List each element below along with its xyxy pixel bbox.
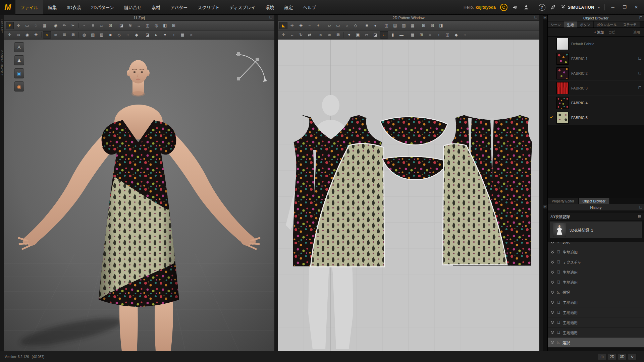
edit-sew-2d-tool-icon[interactable]: ⊠ bbox=[334, 31, 342, 39]
filled-rectangle-tool-icon[interactable]: ■ bbox=[363, 22, 371, 29]
fabric-row[interactable]: ✔ FABRIC 4 ❐ bbox=[548, 96, 644, 110]
zipper-tool-icon[interactable]: ≡ bbox=[89, 22, 97, 29]
toggle-3d-button[interactable]: 3D bbox=[618, 353, 627, 360]
collapse-history-icon[interactable]: ▸ bbox=[543, 205, 547, 208]
history-step[interactable]: ❏ 生地適用 bbox=[548, 327, 644, 338]
select-box-tool-icon[interactable]: ▭ bbox=[23, 22, 31, 29]
free-sew-2d-tool-icon[interactable]: ≋ bbox=[325, 31, 333, 39]
select-move-tool-icon[interactable]: ✛ bbox=[14, 22, 22, 29]
fabric-row[interactable]: ✔ FABRIC 2 ❐ bbox=[548, 66, 644, 81]
unfold-2d-tool-icon[interactable]: ◪ bbox=[371, 31, 379, 39]
hide-pattern-toggle-icon[interactable]: ◌ bbox=[461, 31, 469, 39]
measure-tool-icon[interactable]: ↔ bbox=[135, 22, 143, 29]
app-logo[interactable]: M bbox=[0, 0, 15, 15]
menu-item[interactable]: 環境 bbox=[260, 0, 279, 14]
pressure-tool-icon[interactable]: ▧ bbox=[98, 31, 106, 39]
garment-record-item[interactable]: 3D衣装記録_1 bbox=[550, 222, 642, 238]
viewport-splitter[interactable] bbox=[274, 15, 278, 351]
filled-circle-tool-icon[interactable]: ● bbox=[371, 22, 379, 29]
pin-tool-icon[interactable]: ◉ bbox=[52, 22, 60, 29]
grid-2d-toggle-icon[interactable]: ▦ bbox=[409, 31, 417, 39]
history-header[interactable]: History ❐ bbox=[548, 204, 644, 211]
object-browser-header[interactable]: Object Browser ❐ bbox=[548, 15, 644, 21]
menu-item[interactable]: 設定 bbox=[279, 0, 298, 14]
cut-sew-tool-icon[interactable]: ✂ bbox=[363, 31, 371, 39]
drag-tool-icon[interactable]: ✚ bbox=[32, 31, 40, 39]
popout-icon[interactable]: ❐ bbox=[534, 15, 537, 19]
popout-icon[interactable]: ❐ bbox=[639, 16, 642, 20]
history-step[interactable]: ❏ 生地適用 bbox=[548, 267, 644, 277]
multi-sewing-tool-icon[interactable]: ≣ bbox=[60, 31, 68, 39]
maximize-button[interactable]: ❐ bbox=[621, 5, 628, 10]
select-mesh-tool-icon[interactable]: ▦ bbox=[41, 22, 49, 29]
split-view-icon[interactable]: ◫ bbox=[598, 353, 606, 360]
viewport-2d-canvas[interactable] bbox=[278, 40, 539, 351]
fabric-row[interactable]: ✔ FABRIC 3 ❐ bbox=[548, 81, 644, 96]
show-mannequin-toggle-icon[interactable]: ♟ bbox=[14, 55, 24, 65]
menu-item[interactable]: ディスプレイ bbox=[224, 0, 260, 14]
steam-brush-tool-icon[interactable]: ▨ bbox=[89, 31, 97, 39]
wind-tool-icon[interactable]: ≋ bbox=[126, 22, 134, 29]
edit-point-tool-icon[interactable]: ✚ bbox=[297, 22, 305, 29]
menu-item[interactable]: ファイル bbox=[15, 0, 43, 14]
gravity-tool-icon[interactable]: ▾ bbox=[161, 31, 169, 39]
ruler-tool-icon[interactable]: ▬ bbox=[397, 31, 406, 39]
fabric-row[interactable]: ✔ FABRIC 1 ❐ bbox=[548, 51, 644, 66]
baseline-tool-icon[interactable]: ▥ bbox=[400, 22, 408, 29]
simulate-tool-icon[interactable]: ▼ bbox=[6, 22, 14, 29]
history-step[interactable]: ❏ 生地適用 bbox=[548, 317, 644, 327]
fold-arrangement-tool-icon[interactable]: ◪ bbox=[144, 31, 152, 39]
tack-tool-icon[interactable]: ⊡ bbox=[106, 22, 114, 29]
refresh-icon[interactable]: ↻ bbox=[628, 353, 637, 360]
box-select-3d-tool-icon[interactable]: ▭ bbox=[14, 31, 22, 39]
collapse-object-browser-icon[interactable]: ▸ bbox=[543, 16, 547, 19]
viewport-3d-canvas[interactable]: ♙♟▣◉ bbox=[4, 40, 274, 351]
fabric-swatch[interactable] bbox=[556, 97, 569, 109]
minimize-button[interactable]: ─ bbox=[609, 5, 616, 10]
flip-2d-tool-icon[interactable]: ⇄ bbox=[306, 31, 314, 39]
simulation-dropdown-icon[interactable]: ▾ bbox=[598, 5, 600, 10]
help-icon[interactable]: ? bbox=[539, 4, 545, 11]
fabric-panel-tab[interactable]: ステッチ bbox=[620, 21, 640, 27]
history-step[interactable]: ◺ 選択 bbox=[548, 287, 644, 297]
trace-tool-icon[interactable]: ⊟ bbox=[428, 22, 436, 29]
rectangle-tool-icon[interactable]: ▭ bbox=[334, 22, 342, 29]
fabric-swatch[interactable] bbox=[556, 53, 569, 65]
wind-controller-tool-icon[interactable]: ▸ bbox=[152, 31, 160, 39]
edit-pattern-tool-icon[interactable]: ✛ bbox=[288, 22, 296, 29]
viewport-3d-titlebar[interactable]: 11.Zprj ❐ bbox=[4, 15, 274, 21]
deactivate-tool-icon[interactable]: ◌ bbox=[124, 31, 132, 39]
smooth-tool-icon[interactable]: ◍ bbox=[80, 31, 88, 39]
viewport-2d-titlebar[interactable]: 2D Pattern Window ❐ bbox=[278, 15, 539, 21]
brush-tool-icon[interactable]: ✏ bbox=[60, 22, 68, 29]
add-fabric-button[interactable]: + 追加 bbox=[593, 29, 605, 35]
dart-tool-icon[interactable]: ◇ bbox=[352, 22, 360, 29]
free-sewing-tool-icon[interactable]: ≋ bbox=[52, 31, 60, 39]
menu-item[interactable]: 素材 bbox=[147, 0, 165, 14]
rotate-2d-tool-icon[interactable]: ↻ bbox=[297, 31, 305, 39]
show-sewing-points-toggle-icon[interactable]: ∷ bbox=[380, 31, 388, 39]
fabric-swatch[interactable] bbox=[556, 112, 569, 124]
snap-2d-toggle-icon[interactable]: ⊞ bbox=[417, 31, 425, 39]
distribute-tool-icon[interactable]: ↕ bbox=[435, 31, 443, 39]
mirror-tool-icon[interactable]: ◫ bbox=[144, 22, 152, 29]
menu-item[interactable]: 縫い合せ bbox=[119, 0, 147, 14]
transform-pattern-tool-icon[interactable]: ◣ bbox=[279, 22, 287, 29]
history-step[interactable]: ❏ 生地適用 bbox=[548, 297, 644, 307]
fabric-row[interactable]: ✔ FABRIC 5 ❐ bbox=[548, 110, 644, 125]
expand-step-icon[interactable] bbox=[550, 300, 554, 304]
fabric-panel-tab[interactable]: ボタン bbox=[577, 21, 594, 27]
render-tool-icon[interactable]: ◧ bbox=[161, 22, 169, 29]
solidify-tool-icon[interactable]: ■ bbox=[106, 31, 114, 39]
show-head-toggle-icon[interactable]: ◉ bbox=[14, 81, 24, 92]
measure-avatar-tool-icon[interactable]: ↕ bbox=[170, 31, 178, 39]
scissors-tool-icon[interactable]: ✂ bbox=[69, 22, 77, 29]
history-step[interactable]: ❏ テクスチャ bbox=[548, 257, 644, 267]
snapshot-tool-icon[interactable]: ⊞ bbox=[170, 22, 178, 29]
select-2d-tool-icon[interactable]: ✛ bbox=[279, 31, 287, 39]
menu-item[interactable]: ヘルプ bbox=[298, 0, 321, 14]
fabric-swatch[interactable] bbox=[556, 82, 569, 94]
add-point-tool-icon[interactable]: + bbox=[314, 22, 322, 29]
polygon-tool-icon[interactable]: ▱ bbox=[325, 22, 333, 29]
expand-step-icon[interactable] bbox=[550, 310, 554, 314]
